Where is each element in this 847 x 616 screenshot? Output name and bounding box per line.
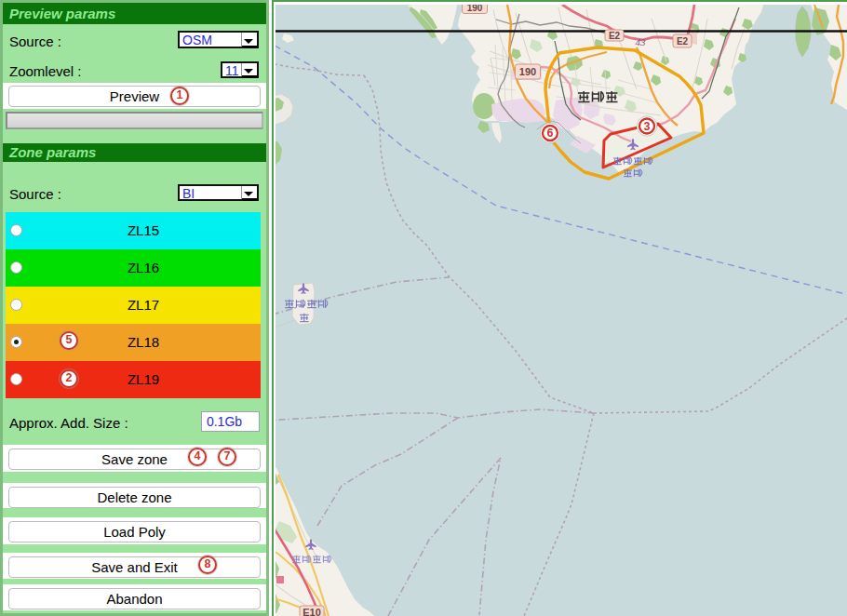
svg-text:190: 190 <box>467 5 483 13</box>
svg-text:E2: E2 <box>609 31 621 41</box>
svg-text:E2: E2 <box>677 36 689 47</box>
svg-text:E10: E10 <box>302 607 321 616</box>
svg-text:3: 3 <box>644 120 651 133</box>
svg-text:190: 190 <box>519 66 536 77</box>
svg-text:43: 43 <box>636 36 647 47</box>
svg-text:6: 6 <box>547 127 554 140</box>
